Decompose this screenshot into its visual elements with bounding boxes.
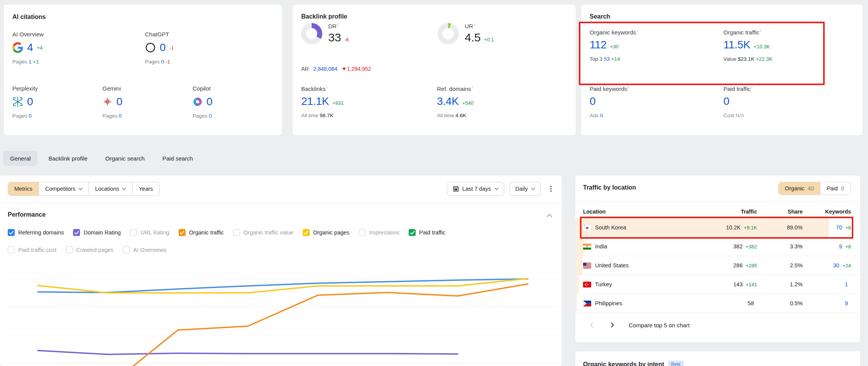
filter-years[interactable]: Years [132, 182, 159, 195]
organic-traffic-block: Organic traffici 11.5K +10.3K Value $23.… [723, 29, 773, 62]
perplexity-icon [12, 96, 23, 107]
beta-badge: Beta [668, 361, 684, 366]
tab-general[interactable]: General [3, 151, 38, 166]
toggle-organic[interactable]: Organic 40 [779, 182, 820, 195]
checkbox-paid-traffic[interactable]: Paid traffic [409, 229, 445, 236]
ref-domains-delta: +540 [462, 100, 473, 106]
ur-block: URi 4.5 +0.1 [437, 22, 494, 45]
table-row-united-states[interactable]: United States 286+285 2.5% 30+24 [575, 256, 860, 275]
checkbox-organic-traffic-value[interactable]: Organic traffic value [233, 229, 293, 236]
dr-block: DRi 33 -6 [300, 22, 349, 45]
metric-checkbox-row-2: Paid traffic cost Crawled pages AI Overv… [8, 246, 166, 253]
backlink-profile-card: Backlink profile DRi 33 -6 AR 2,848,084 … [293, 5, 576, 135]
chevron-up-icon[interactable] [546, 214, 553, 217]
backlinks-value[interactable]: 21.1K [301, 95, 329, 108]
checkbox-organic-pages[interactable]: Organic pages [303, 229, 350, 236]
checkbox-crawled-pages[interactable]: Crawled pages [66, 246, 114, 253]
traffic-by-location-title: Traffic by location [583, 184, 636, 191]
checkbox-icon [66, 246, 73, 253]
ai-overview-value: 4 [27, 41, 33, 54]
performance-chart[interactable] [8, 255, 558, 366]
checkbox-icon [409, 229, 416, 236]
info-icon[interactable]: i [472, 85, 472, 89]
perplexity-pages: Pages 0 [12, 113, 38, 119]
backlinks-delta: +931 [333, 100, 344, 106]
checkbox-referring-domains[interactable]: Referring domains [8, 229, 64, 236]
checkbox-icon [8, 246, 15, 253]
ur-gauge [437, 22, 459, 45]
table-row-south-korea[interactable]: South Korea 10.2K+9.1K 89.0% 70+6 [575, 218, 860, 237]
main-panel: Metrics Competitors Locations Years [0, 176, 562, 366]
granularity-button[interactable]: Daily [510, 182, 541, 196]
column-traffic[interactable]: Traffic [699, 209, 757, 215]
info-icon[interactable]: i [752, 85, 752, 89]
kebab-menu-icon[interactable] [546, 185, 556, 193]
next-page-icon[interactable] [609, 322, 616, 328]
backlinks-block: Backlinksi 21.1K +931 All time 98.7K [301, 85, 344, 118]
checkbox-organic-traffic[interactable]: Organic traffic [179, 229, 224, 236]
prev-page-icon[interactable] [588, 322, 595, 328]
filter-locations[interactable]: Locations [89, 182, 132, 195]
organic-keywords-value[interactable]: 112 [590, 39, 607, 51]
column-location[interactable]: Location [583, 209, 699, 215]
compare-top5-link[interactable]: Compare top 5 on chart [629, 322, 690, 328]
paid-traffic-value[interactable]: 0 [723, 95, 729, 108]
traffic-by-location-card: Traffic by location Organic 40 Paid 0 Lo… [575, 176, 860, 342]
info-icon[interactable]: i [760, 29, 761, 33]
chart-controls: Last 7 days Daily [447, 182, 556, 196]
location-table: South Korea 10.2K+9.1K 89.0% 70+6 India … [575, 218, 860, 313]
search-card: Search Organic keywordsi 112 +30 Top 3 5… [581, 5, 863, 135]
checkbox-domain-rating[interactable]: Domain Rating [73, 229, 121, 236]
ai-item-gemini: Gemini 0 Pages 0 [102, 85, 122, 119]
info-icon[interactable]: i [338, 22, 338, 27]
gemini-pages: Pages 0 [102, 113, 122, 119]
organic-paid-toggle: Organic 40 Paid 0 [778, 182, 851, 195]
arrow-down-icon [342, 68, 346, 70]
divider [0, 203, 562, 203]
checkbox-ai-overviews[interactable]: AI Overviews [123, 246, 166, 253]
checkbox-icon [8, 229, 15, 236]
column-keywords[interactable]: Keywords [803, 209, 851, 215]
table-row-philippines[interactable]: Philippines 58 0.5% 9 [575, 294, 860, 313]
ai-item-copilot: Copilot 0 Pages 0 [193, 85, 212, 119]
filter-segmented-control: Metrics Competitors Locations Years [8, 182, 160, 196]
info-icon[interactable]: i [326, 85, 327, 89]
checkbox-icon [179, 229, 186, 236]
column-share[interactable]: Share [757, 209, 803, 215]
openai-icon [145, 42, 156, 53]
organic-traffic-value[interactable]: 11.5K [723, 39, 750, 51]
filter-competitors[interactable]: Competitors [39, 182, 89, 195]
checkbox-icon [73, 229, 80, 236]
table-header: Location Traffic Share Keywords [575, 205, 860, 218]
ref-domains-block: Ref. domainsi 3.4K +540 All time 4.6K [437, 85, 474, 118]
search-title: Search [590, 13, 610, 20]
info-icon[interactable]: i [474, 22, 475, 27]
checkbox-icon [123, 246, 130, 253]
date-range-button[interactable]: Last 7 days [447, 182, 504, 196]
info-icon[interactable]: i [46, 13, 47, 17]
dashboard: AI citationsi AI Overview 4 +4 Pages 1 +… [0, 0, 868, 366]
ur-value: 4.5 [465, 31, 481, 44]
ai-citations-title: AI citationsi [12, 13, 47, 21]
checkbox-icon [359, 229, 366, 236]
flag-turkey [583, 282, 591, 287]
copilot-icon [193, 97, 203, 107]
chart-line-domain-rating [38, 351, 458, 354]
tab-paid-search[interactable]: Paid search [155, 151, 200, 166]
paid-keywords-value[interactable]: 0 [590, 95, 595, 108]
table-row-turkey[interactable]: Turkey 143+141 1.2% 1 [575, 275, 860, 294]
checkbox-paid-traffic-cost[interactable]: Paid traffic cost [8, 246, 56, 253]
toggle-paid[interactable]: Paid 0 [820, 182, 850, 195]
checkbox-url-rating[interactable]: URL Rating [130, 229, 169, 236]
keywords-by-intent-card: Organic keywords by intentBeta [575, 351, 860, 366]
checkbox-impressions[interactable]: Impressions [359, 229, 399, 236]
flag-india [583, 244, 591, 250]
table-row-india[interactable]: India 382+382 3.3% 9+8 [575, 237, 860, 256]
tab-backlink-profile[interactable]: Backlink profile [41, 151, 94, 166]
ref-domains-value[interactable]: 3.4K [437, 95, 459, 108]
ai-item-perplexity: Perplexity 0 Pages 0 [12, 85, 38, 119]
info-icon[interactable]: i [628, 85, 629, 89]
filter-metrics[interactable]: Metrics [8, 182, 39, 195]
tab-organic-search[interactable]: Organic search [98, 151, 152, 166]
info-icon[interactable]: i [637, 29, 638, 33]
